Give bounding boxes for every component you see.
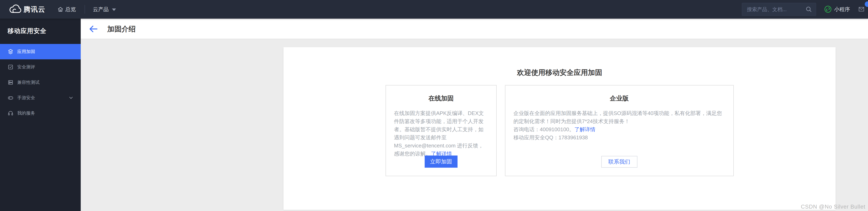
sidebar: 移动应用安全 应用加固 安全测评 <box>0 19 81 211</box>
sidebar-item-label: 安全测评 <box>17 64 35 70</box>
navbar-divider <box>85 5 85 13</box>
layers-icon <box>7 48 13 55</box>
enterprise-qq-line: 移动应用安全QQ：1783961938 <box>514 134 725 142</box>
brand-wordmark[interactable]: 腾讯云 <box>24 0 45 19</box>
contact-us-button[interactable]: 联系我们 <box>601 156 638 168</box>
enterprise-intro-text: 企业版在全面的应用加固服务基础上，提供SO源码混淆等40项功能，私有化部署，满足… <box>514 109 725 125</box>
content-area: 欢迎使用移动安全应用加固 在线加固 在线加固方案提供APK反编译、DEX文件防篡… <box>81 39 868 211</box>
home-icon <box>57 6 63 12</box>
back-arrow-icon[interactable] <box>89 25 98 33</box>
page-title: 加固介绍 <box>107 19 136 39</box>
phone-text: 咨询电话：4009100100。 <box>514 126 575 133</box>
sidebar-item-compatibility-test[interactable]: 兼容性测试 <box>0 75 81 90</box>
sidebar-item-mobile-game-security[interactable]: 手游安全 <box>0 90 81 106</box>
mail-icon[interactable] <box>859 7 864 11</box>
card-description: 企业版在全面的应用加固服务基础上，提供SO源码混淆等40项功能，私有化部署，满足… <box>514 109 725 142</box>
welcome-heading: 欢迎使用移动安全应用加固 <box>283 47 836 77</box>
csdn-watermark: CSDN @No Silver Bullet <box>801 204 865 210</box>
online-hardening-card: 在线加固 在线加固方案提供APK反编译、DEX文件防篡改等多项功能，适用于个人开… <box>385 85 497 176</box>
tencent-cloud-logo-icon <box>9 4 22 14</box>
sidebar-item-label: 兼容性测试 <box>17 79 39 85</box>
sidebar-menu: 应用加固 安全测评 兼容性测试 <box>0 44 81 121</box>
plan-cards-row: 在线加固 在线加固方案提供APK反编译、DEX文件防篡改等多项功能，适用于个人开… <box>283 85 836 176</box>
chevron-down-icon <box>112 8 116 11</box>
card-description-text: 在线加固方案提供APK反编译、DEX文件防篡改等多项功能，适用于个人开发者。基础… <box>394 110 484 157</box>
check-square-icon <box>7 64 13 70</box>
sidebar-item-label: 我的服务 <box>17 110 35 116</box>
learn-more-link[interactable]: 了解详情 <box>574 126 595 133</box>
sidebar-item-label: 手游安全 <box>17 95 35 101</box>
enterprise-card: 企业版 企业版在全面的应用加固服务基础上，提供SO源码混淆等40项功能，私有化部… <box>505 85 734 176</box>
search-box[interactable] <box>742 3 816 16</box>
tencent-cloud-console: { "navbar": { "brand": "腾讯云", "overview_… <box>0 0 868 211</box>
sidebar-item-app-hardening[interactable]: 应用加固 <box>0 44 81 59</box>
server-rows-icon <box>7 79 13 85</box>
card-title: 在线加固 <box>386 94 496 103</box>
sidebar-item-security-assessment[interactable]: 安全测评 <box>0 59 81 75</box>
card-description: 在线加固方案提供APK反编译、DEX文件防篡改等多项功能，适用于个人开发者。基础… <box>394 109 488 158</box>
enterprise-phone-line: 咨询电话：4009100100。了解详情 <box>514 125 725 134</box>
chevron-down-icon[interactable] <box>69 97 73 99</box>
user-avatar[interactable] <box>865 1 868 7</box>
gamepad-icon <box>7 95 13 101</box>
nav-item-cloud-products[interactable]: 云产品 <box>93 0 109 19</box>
sidebar-item-my-services[interactable]: 我的服务 <box>0 106 81 121</box>
search-input[interactable] <box>742 3 816 15</box>
page-header: 加固介绍 <box>81 19 868 39</box>
mini-program-icon[interactable] <box>824 5 832 13</box>
top-navbar: 腾讯云 总览 云产品 小程序 <box>0 0 868 19</box>
nav-item-mini-program[interactable]: 小程序 <box>834 0 850 19</box>
sidebar-product-title: 移动应用安全 <box>7 27 81 35</box>
headset-icon <box>7 110 13 116</box>
intro-panel: 欢迎使用移动安全应用加固 在线加固 在线加固方案提供APK反编译、DEX文件防篡… <box>283 47 836 210</box>
nav-item-overview[interactable]: 总览 <box>65 0 76 19</box>
harden-now-button[interactable]: 立即加固 <box>425 155 458 168</box>
card-title: 企业版 <box>505 94 733 103</box>
sidebar-item-label: 应用加固 <box>17 48 35 55</box>
search-icon[interactable] <box>805 6 812 13</box>
